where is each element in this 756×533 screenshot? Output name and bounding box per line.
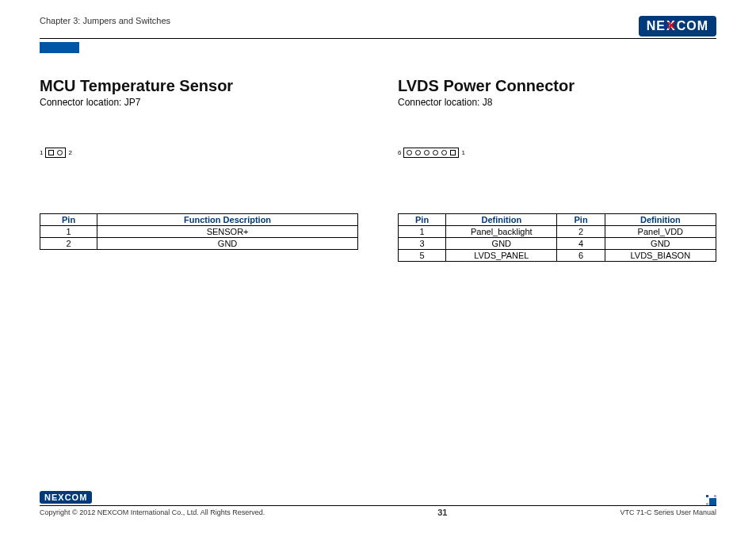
copyright-text: Copyright © 2012 NEXCOM International Co… <box>40 508 265 516</box>
connector-location: Connector location: JP7 <box>40 97 358 108</box>
table-row: 2 GND <box>40 238 358 250</box>
pin-icon <box>415 150 421 155</box>
nexcom-logo-footer: NEXCOM <box>40 491 92 504</box>
manual-title: VTC 71-C Series User Manual <box>620 508 716 516</box>
pin-2-icon <box>57 150 63 155</box>
table-row: 1 Panel_backlight 2 Panel_VDD <box>399 226 716 238</box>
connector-diagram-j8: 6 1 <box>398 148 716 158</box>
col-function: Function Description <box>97 214 358 226</box>
table-row: 1 SENSOR+ <box>40 226 358 238</box>
col-pin: Pin <box>399 214 446 226</box>
nexcom-logo: NEXCOM <box>639 16 716 36</box>
section-title: MCU Temperature Sensor <box>40 77 358 95</box>
table-row: 3 GND 4 GND <box>399 238 716 250</box>
page-header: Chapter 3: Jumpers and Switches NEXCOM <box>40 16 716 39</box>
section-title: LVDS Power Connector <box>398 77 716 95</box>
section-marker <box>40 42 79 53</box>
pin-box <box>45 148 66 158</box>
pin-icon <box>424 150 430 155</box>
pin-label-left: 6 <box>398 149 401 156</box>
chapter-title: Chapter 3: Jumpers and Switches <box>40 16 170 25</box>
section-lvds-power-connector: LVDS Power Connector Connector location:… <box>398 77 716 262</box>
section-mcu-temp-sensor: MCU Temperature Sensor Connector locatio… <box>40 77 358 262</box>
pin-icon <box>407 150 412 155</box>
connector-location: Connector location: J8 <box>398 97 716 108</box>
connector-diagram-jp7: 1 2 <box>40 148 358 158</box>
page-footer: NEXCOM Copyright © 2012 NEXCOM Internati… <box>40 491 716 517</box>
pin-table-j8: Pin Definition Pin Definition 1 Panel_ba… <box>398 213 716 262</box>
col-pin: Pin <box>40 214 97 226</box>
pin-label-right: 2 <box>68 149 71 156</box>
pin-label-left: 1 <box>40 149 43 156</box>
pin-table-jp7: Pin Function Description 1 SENSOR+ 2 GND <box>40 213 358 250</box>
col-definition: Definition <box>446 214 557 226</box>
page-number: 31 <box>437 508 447 517</box>
pin-icon <box>433 150 438 155</box>
pin-1-icon <box>48 150 54 155</box>
table-row: 5 LVDS_PANEL 6 LVDS_BIASON <box>399 250 716 262</box>
col-pin: Pin <box>557 214 605 226</box>
pin-1-icon <box>450 150 456 155</box>
col-definition: Definition <box>605 214 716 226</box>
pin-icon <box>441 150 447 155</box>
pin-label-right: 1 <box>461 149 464 156</box>
footer-decor-icon <box>705 494 716 505</box>
pin-box <box>403 148 459 158</box>
